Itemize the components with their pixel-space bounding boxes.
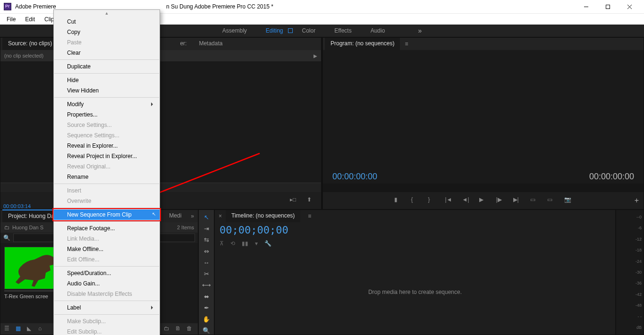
- ctx-hide[interactable]: Hide: [54, 75, 160, 85]
- razor-tool-icon[interactable]: ✂: [202, 269, 211, 278]
- ctx-disable-masterclip[interactable]: Disable Masterclip Effects: [54, 289, 160, 299]
- go-to-in-icon[interactable]: |◄: [445, 196, 454, 205]
- cursor-icon: ↖: [152, 211, 156, 217]
- step-forward-icon[interactable]: |▶: [496, 196, 505, 205]
- ctx-overwrite[interactable]: Overwrite: [54, 196, 160, 206]
- chevron-right-icon[interactable]: ▶: [314, 53, 317, 59]
- media-browser-tab[interactable]: Medi: [163, 210, 187, 222]
- mark-in-icon[interactable]: ▮: [394, 196, 403, 205]
- ctx-sequence-settings[interactable]: Sequence Settings...: [54, 130, 160, 141]
- selection-tool-icon[interactable]: ↖: [202, 213, 211, 221]
- scroll-up-icon[interactable]: ▲: [54, 11, 160, 17]
- timeline-drop-area[interactable]: Drop media here to create sequence.: [215, 249, 615, 335]
- ctx-insert[interactable]: Insert: [54, 185, 160, 196]
- marker-icon[interactable]: ▾: [255, 240, 258, 247]
- icon-view-icon[interactable]: ▦: [16, 325, 23, 333]
- ctx-modify[interactable]: Modify: [54, 99, 160, 109]
- new-bin-icon[interactable]: 🗀: [164, 325, 171, 333]
- ctx-reveal-project[interactable]: Reveal Project in Explorer...: [54, 151, 160, 161]
- source-viewer[interactable]: [0, 61, 321, 183]
- ctx-rename[interactable]: Rename: [54, 172, 160, 182]
- add-marker-icon[interactable]: ▮▮: [242, 240, 248, 247]
- pen-tool-icon[interactable]: ✒: [202, 303, 211, 312]
- menu-edit[interactable]: Edit: [20, 15, 40, 24]
- timeline-tab[interactable]: Timeline: (no sequences): [226, 210, 300, 222]
- step-back-icon[interactable]: ◄|: [462, 196, 471, 205]
- ctx-speed-duration[interactable]: Speed/Duration...: [54, 268, 160, 278]
- ctx-edit-subclip[interactable]: Edit Subclip...: [54, 327, 160, 335]
- ctx-link-media[interactable]: Link Media...: [54, 234, 160, 244]
- zoom-tool-icon[interactable]: 🔍: [202, 326, 211, 335]
- sort-icon[interactable]: ⌂: [38, 325, 46, 333]
- rolling-edit-tool-icon[interactable]: ⇔: [202, 247, 211, 255]
- timeline-timecode[interactable]: 00;00;00;00: [215, 222, 615, 238]
- hand-tool-icon[interactable]: ✋: [202, 315, 211, 323]
- project-tab[interactable]: Project: Huong Da: [2, 209, 60, 223]
- go-to-out-icon[interactable]: ▶|: [513, 196, 522, 205]
- ctx-source-settings[interactable]: Source Settings...: [54, 120, 160, 130]
- ctx-make-subclip[interactable]: Make Subclip...: [54, 316, 160, 327]
- mark-out-icon[interactable]: {: [411, 196, 420, 205]
- timeline-panel: × Timeline: (no sequences) ≡ 00;00;00;00…: [214, 209, 616, 335]
- extract-icon[interactable]: ▭: [547, 196, 556, 205]
- track-select-tool-icon[interactable]: ⇥: [202, 224, 211, 233]
- ctx-duplicate[interactable]: Duplicate: [54, 61, 160, 72]
- source-tab[interactable]: Source: (no clips): [2, 38, 58, 50]
- ctx-clear[interactable]: Clear: [54, 48, 160, 58]
- list-view-icon[interactable]: ☰: [4, 325, 12, 333]
- button-editor-icon[interactable]: +: [635, 196, 639, 205]
- source-timecode: 00:00:03:14: [3, 203, 31, 209]
- program-tab[interactable]: Program: (no sequences): [325, 38, 400, 50]
- ctx-reveal-explorer[interactable]: Reveal in Explorer...: [54, 141, 160, 151]
- ctx-make-offline[interactable]: Make Offline...: [54, 244, 160, 254]
- slide-tool-icon[interactable]: ⬌: [202, 292, 211, 301]
- close-button[interactable]: [619, 0, 640, 13]
- effect-controls-tab[interactable]: er:: [174, 38, 192, 50]
- workspace-audio[interactable]: Audio: [371, 25, 385, 36]
- ctx-edit-offline[interactable]: Edit Offline...: [54, 254, 160, 265]
- source-controls: ▸□ ⬆: [0, 192, 321, 209]
- menu-file[interactable]: File: [2, 15, 20, 24]
- source-subrow: (no clip selected) ▶: [0, 50, 321, 61]
- ctx-properties[interactable]: Properties...: [54, 109, 160, 120]
- minimize-button[interactable]: [575, 0, 597, 13]
- workspace-effects[interactable]: Effects: [334, 25, 351, 36]
- panel-overflow-icon[interactable]: »: [187, 213, 198, 219]
- insert-icon[interactable]: ▸□: [290, 196, 298, 205]
- ctx-label[interactable]: Label: [54, 302, 160, 313]
- workspace-color[interactable]: Color: [302, 25, 316, 36]
- program-viewer[interactable]: [323, 50, 644, 169]
- snap-icon[interactable]: ⊼: [220, 240, 224, 247]
- workspace-overflow[interactable]: »: [418, 27, 422, 34]
- maximize-button[interactable]: [597, 0, 619, 13]
- slip-tool-icon[interactable]: ⟷: [202, 281, 211, 289]
- workspace-assembly[interactable]: Assembly: [222, 25, 247, 36]
- rate-stretch-tool-icon[interactable]: ↔: [202, 258, 211, 267]
- mark-clip-icon[interactable]: }: [428, 196, 437, 205]
- program-tc-left: 00:00:00:00: [332, 172, 377, 182]
- ctx-view-hidden[interactable]: View Hidden: [54, 85, 160, 96]
- panel-menu-icon[interactable]: ≡: [304, 213, 315, 219]
- lift-icon[interactable]: ▭: [530, 196, 539, 205]
- panel-menu-icon[interactable]: ≡: [401, 41, 412, 47]
- ctx-paste[interactable]: Paste: [54, 37, 160, 48]
- new-item-icon[interactable]: 🗎: [175, 325, 183, 333]
- ctx-new-sequence-from-clip[interactable]: New Sequence From Clip↖: [54, 209, 160, 220]
- search-icon: 🔍: [3, 234, 10, 241]
- camera-icon[interactable]: 📷: [564, 196, 573, 205]
- settings-icon[interactable]: 🔧: [264, 240, 271, 247]
- app-logo: [4, 3, 11, 10]
- ripple-edit-tool-icon[interactable]: ⇆: [202, 235, 211, 244]
- ctx-reveal-original[interactable]: Reveal Original...: [54, 161, 160, 172]
- export-frame-icon[interactable]: ⬆: [307, 196, 315, 205]
- ctx-copy[interactable]: Copy: [54, 27, 160, 37]
- ctx-cut[interactable]: Cut: [54, 17, 160, 27]
- ctx-replace-footage[interactable]: Replace Footage...: [54, 223, 160, 234]
- ctx-audio-gain[interactable]: Audio Gain...: [54, 278, 160, 289]
- workspace-editing[interactable]: Editing: [266, 25, 283, 36]
- linked-selection-icon[interactable]: ⟲: [230, 240, 235, 247]
- play-icon[interactable]: ▶: [479, 196, 488, 205]
- freeform-view-icon[interactable]: ◣: [27, 325, 34, 333]
- metadata-tab[interactable]: Metadata: [193, 38, 228, 50]
- delete-icon[interactable]: 🗑: [186, 325, 194, 333]
